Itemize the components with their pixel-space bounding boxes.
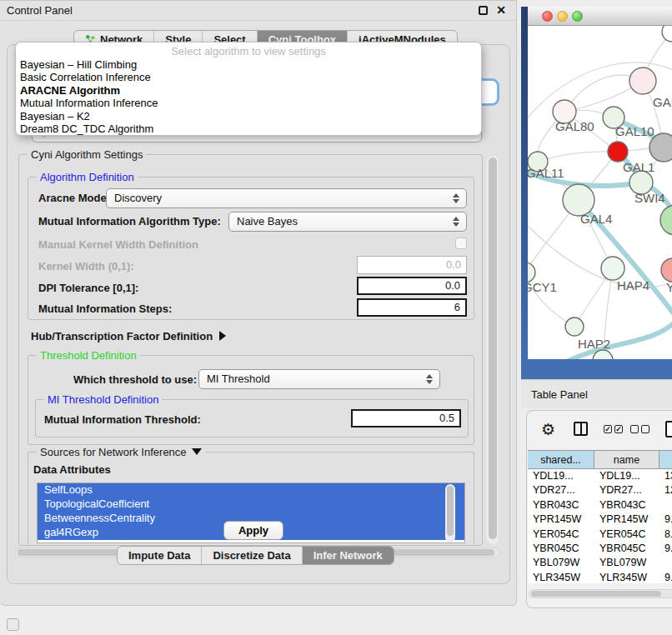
node-top-partial[interactable] xyxy=(662,26,672,42)
mac-close-button[interactable] xyxy=(542,11,553,22)
table-row[interactable]: YBR043CYBR043C xyxy=(528,498,672,512)
table-header-row: shared... name xyxy=(528,450,672,469)
node-label: GAL4 xyxy=(580,212,612,226)
apply-button[interactable]: Apply xyxy=(223,521,283,540)
screen: Control Panel ✕ Network Style Select Cyn… xyxy=(0,0,672,635)
menu-item-bayesian-k2[interactable]: Bayesian – K2 xyxy=(16,110,481,122)
control-panel-window: Control Panel ✕ Network Style Select Cyn… xyxy=(0,0,517,606)
node-hap2[interactable] xyxy=(565,318,584,336)
menu-item-dream8[interactable]: Dream8 DC_TDC Algorithm xyxy=(16,122,481,135)
deselect-all-columns-icon[interactable] xyxy=(630,425,649,433)
table-cell: 9. xyxy=(659,542,672,556)
table-cell: YBR043C xyxy=(528,498,594,512)
control-panel-titlebar[interactable]: Control Panel ✕ xyxy=(0,1,516,21)
aracne-mode-combo[interactable]: Discovery xyxy=(106,188,467,208)
close-icon[interactable]: ✕ xyxy=(496,3,506,17)
dpi-tolerance-field[interactable]: 0.0 xyxy=(357,277,467,295)
column-header-shared[interactable]: shared... xyxy=(528,451,594,468)
disclosure-right-icon xyxy=(219,331,226,341)
tab-discretize-data[interactable]: Discretize Data xyxy=(202,547,302,564)
algorithm-placeholder: Select algorithm to view settings xyxy=(16,42,481,58)
table-cell xyxy=(659,498,672,512)
manual-kernel-checkbox[interactable] xyxy=(455,238,467,249)
mac-minimize-button[interactable] xyxy=(557,11,568,22)
node-label: HAP2 xyxy=(578,337,610,351)
table-cell: YDL19... xyxy=(594,469,659,483)
table-hscrollbar[interactable] xyxy=(529,589,672,598)
table-cell: YBL079W xyxy=(528,556,594,570)
mi-steps-field[interactable]: 6 xyxy=(357,298,467,317)
table-cell: YPR145W xyxy=(594,512,659,527)
node-label: GAL11 xyxy=(528,166,564,180)
table-row[interactable]: YPR145WYPR145W9. xyxy=(528,512,672,527)
node-big-green[interactable] xyxy=(660,205,672,235)
cyni-algorithm-settings-group: Cyni Algorithm Settings Algorithm Defini… xyxy=(18,154,483,546)
list-item-selfloops[interactable]: SelfLoops xyxy=(38,483,464,498)
table-cell: 8. xyxy=(659,528,672,542)
mac-zoom-button[interactable] xyxy=(572,11,583,22)
table-cell: YLR345W xyxy=(594,571,659,583)
table-row[interactable]: YBL079WYBL079W xyxy=(528,556,672,570)
table-cell: YBL079W xyxy=(594,556,659,570)
control-panel-title: Control Panel xyxy=(7,4,73,17)
list-item-topologicalcoefficient[interactable]: TopologicalCoefficient xyxy=(38,498,464,512)
column-header-partial[interactable] xyxy=(659,451,672,468)
settings-scrollbar[interactable] xyxy=(487,156,499,544)
table-row[interactable]: YER054CYER054C8. xyxy=(528,528,672,542)
node-label: Y xyxy=(666,280,672,294)
table-cell: YDR27... xyxy=(594,483,659,498)
table-cell: YDR27... xyxy=(528,483,594,498)
node-table: shared... name YDL19...YDL19...13YDR27..… xyxy=(528,450,672,583)
network-edge[interactable] xyxy=(528,226,672,288)
table-row[interactable]: YDL19...YDL19...13 xyxy=(528,469,672,483)
sources-list-scrollbar[interactable] xyxy=(445,484,455,542)
data-attributes-label: Data Attributes xyxy=(33,463,111,476)
document-icon[interactable] xyxy=(665,421,672,438)
menu-item-mutual-information[interactable]: Mutual Information Inference xyxy=(16,97,481,109)
table-cell: YER054C xyxy=(594,528,659,542)
tab-infer-network[interactable]: Infer Network xyxy=(303,547,394,564)
combo-spinner-icon xyxy=(453,217,459,227)
bottom-tabbar: Impute Data Discretize Data Infer Networ… xyxy=(117,546,394,565)
column-header-name[interactable]: name xyxy=(594,451,659,468)
table-row[interactable]: YLR345WYLR345W9. xyxy=(528,571,672,583)
node-pink-top[interactable] xyxy=(629,68,656,94)
network-view-window: GALGAL80GAL10GAL1GAL11SWI4GAL4GCY1HAP4YH… xyxy=(521,7,672,379)
table-cell: 9. xyxy=(659,512,672,527)
menu-item-basic-correlation[interactable]: Basic Correlation Inference xyxy=(16,71,481,83)
network-canvas[interactable]: GALGAL80GAL10GAL1GAL11SWI4GAL4GCY1HAP4YH… xyxy=(528,26,672,359)
table-cell: YBR045C xyxy=(528,542,594,556)
select-all-columns-icon[interactable]: ✓✓ xyxy=(604,425,623,433)
network-edge[interactable] xyxy=(538,152,618,162)
kernel-width-label: Kernel Width (0,1): xyxy=(38,260,134,272)
table-cell: YDL19... xyxy=(528,469,594,483)
network-window-titlebar[interactable] xyxy=(528,7,672,26)
settings-group-title: Cyni Algorithm Settings xyxy=(28,148,146,161)
table-panel: ⚙ ✓✓ shared... name YDL19...YDL19...13YD… xyxy=(526,410,672,608)
threshold-definition-group: Threshold Definition Which threshold to … xyxy=(28,355,474,445)
mi-algorithm-type-combo[interactable]: Naive Bayes xyxy=(228,212,467,232)
table-cell: 12 xyxy=(659,483,672,498)
gear-icon[interactable]: ⚙ xyxy=(541,420,555,438)
mi-threshold-definition-title: MI Threshold Definition xyxy=(44,393,162,406)
table-cell: YLR345W xyxy=(528,571,594,583)
table-row[interactable]: YDR27...YDR27...12 xyxy=(528,483,672,498)
tab-impute-data[interactable]: Impute Data xyxy=(118,547,202,564)
menu-item-aracne[interactable]: ARACNE Algorithm xyxy=(16,84,481,97)
node-hap4[interactable] xyxy=(601,257,624,280)
collapsed-panel-icon[interactable] xyxy=(7,618,19,631)
table-cell xyxy=(659,556,672,570)
split-columns-icon[interactable] xyxy=(574,422,588,436)
menu-item-bayesian-hill-climbing[interactable]: Bayesian – Hill Climbing xyxy=(16,58,481,71)
mi-threshold-field[interactable]: 0.5 xyxy=(351,409,461,428)
table-row[interactable]: YBR045CYBR045C9. xyxy=(528,542,672,556)
which-threshold-combo[interactable]: MI Threshold xyxy=(198,369,440,389)
threshold-definition-title: Threshold Definition xyxy=(37,349,140,362)
sources-title[interactable]: Sources for Network Inference xyxy=(37,446,205,458)
kernel-width-field[interactable]: 0.0 xyxy=(357,256,467,274)
node-salmon[interactable] xyxy=(661,258,672,282)
combo-spinner-icon xyxy=(426,374,433,384)
node-gal1-red[interactable] xyxy=(608,142,628,162)
hub-section-toggle[interactable]: Hub/Transcription Factor Definition xyxy=(31,330,226,342)
float-window-icon[interactable] xyxy=(479,6,488,15)
